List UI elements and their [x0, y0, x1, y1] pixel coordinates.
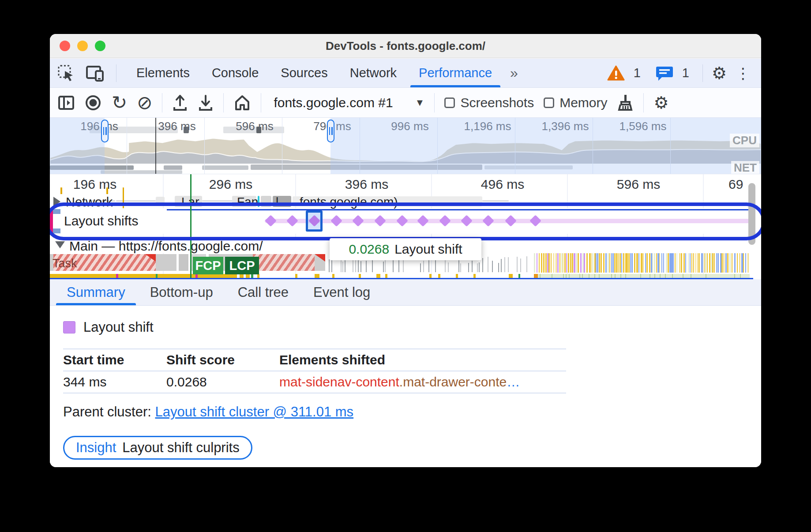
main-collapse-icon[interactable]	[55, 241, 65, 248]
activity-stripe	[584, 253, 585, 273]
more-tabs-chevron-icon[interactable]: »	[503, 65, 523, 81]
timings-segment	[579, 274, 580, 278]
layout-shift-diamond[interactable]	[286, 215, 298, 227]
timings-segment	[563, 274, 564, 278]
selection-handle-left[interactable]	[101, 120, 109, 142]
screenshots-toggle[interactable]: Screenshots	[444, 95, 534, 110]
layout-shift-diamond[interactable]	[505, 215, 517, 227]
network-track[interactable]: Network LarFanl…fonts.google.com)	[50, 194, 761, 208]
activity-stripe	[666, 253, 667, 273]
timings-segment	[116, 274, 118, 278]
tab-network[interactable]: Network	[339, 59, 408, 87]
task-sliver	[520, 259, 521, 272]
layout-shift-diamond[interactable]	[374, 215, 386, 227]
toolbar-divider	[643, 93, 644, 112]
timings-segment	[660, 274, 661, 278]
capture-settings-gear-icon[interactable]: ⚙	[653, 94, 668, 111]
tab-sources[interactable]: Sources	[270, 59, 338, 87]
tab-bottom-up[interactable]: Bottom-up	[138, 279, 225, 305]
layout-shift-diamond[interactable]	[461, 215, 473, 227]
network-request-bar	[202, 200, 233, 202]
cpu-label: CPU	[730, 134, 759, 147]
timeline-overview[interactable]: 196 ms396 ms596 ms796 ms996 ms1,196 ms1,…	[50, 118, 761, 174]
selection-handle-right[interactable]	[327, 120, 334, 142]
session-dropdown-arrow-icon[interactable]: ▼	[415, 97, 425, 109]
tab-summary[interactable]: Summary	[54, 279, 138, 305]
screenshots-checkbox[interactable]	[444, 97, 455, 108]
task-sliver	[366, 261, 367, 272]
layout-shift-diamond[interactable]	[417, 215, 429, 227]
network-request-bar	[261, 196, 271, 207]
activity-stripe	[605, 253, 607, 273]
parent-cluster-link[interactable]: Layout shift cluster @ 311.01 ms	[155, 404, 354, 420]
tab-performance[interactable]: Performance	[408, 59, 503, 87]
warning-icon[interactable]	[607, 65, 625, 81]
record-icon[interactable]	[84, 94, 102, 112]
garbage-collect-icon[interactable]	[617, 94, 634, 112]
network-track-label: Network	[66, 195, 113, 210]
timings-segment	[569, 274, 570, 278]
tab-console[interactable]: Console	[201, 59, 270, 87]
more-options-icon[interactable]: ⋮	[736, 66, 751, 81]
timeline-ruler-label: 196 ms	[73, 177, 116, 192]
lcp-badge[interactable]: LCP	[225, 257, 259, 274]
toggle-sidebar-icon[interactable]	[58, 94, 75, 111]
warning-count: 1	[634, 66, 641, 80]
activity-stripe	[539, 253, 540, 273]
activity-stripe	[634, 253, 635, 273]
task-sliver	[472, 261, 473, 272]
activity-stripe	[590, 253, 592, 273]
activity-stripe	[551, 253, 552, 273]
task-sliver	[448, 262, 449, 272]
save-profile-icon[interactable]	[198, 94, 214, 112]
load-profile-icon[interactable]	[172, 94, 188, 112]
layout-shift-diamond[interactable]	[352, 215, 364, 227]
timings-segment	[240, 274, 244, 278]
tab-call-tree[interactable]: Call tree	[225, 279, 301, 305]
fcp-badge[interactable]: FCP	[193, 257, 223, 274]
reload-and-record-icon[interactable]: ↻	[112, 94, 127, 112]
timings-segment	[473, 274, 476, 278]
layout-shift-diamond[interactable]	[330, 215, 342, 227]
activity-stripe	[641, 253, 642, 273]
timings-segment	[50, 274, 237, 278]
activity-stripe	[649, 253, 650, 273]
clear-icon[interactable]: ⊘	[137, 94, 152, 112]
inspect-element-icon[interactable]	[58, 65, 75, 82]
parent-cluster-label: Parent cluster:	[63, 404, 151, 420]
activity-stripe	[661, 253, 663, 273]
tabbar-divider	[116, 64, 116, 82]
tracks-scrollbar[interactable]	[748, 183, 755, 245]
cell-elements[interactable]: mat-sidenav-content.mat-drawer-conte…	[279, 375, 566, 390]
activity-stripe	[618, 253, 619, 273]
layout-shift-diamond[interactable]	[265, 215, 277, 227]
layout-shift-diamond[interactable]	[482, 215, 494, 227]
activity-stripe	[642, 253, 644, 273]
network-expand-icon[interactable]	[53, 197, 60, 206]
session-select[interactable]: fonts.google.com #1	[274, 95, 393, 110]
activity-stripe	[714, 253, 715, 273]
activity-stripe	[668, 253, 669, 273]
insight-button[interactable]: Insight Layout shift culprits	[63, 436, 252, 460]
device-toolbar-icon[interactable]	[86, 65, 105, 82]
tab-elements[interactable]: Elements	[125, 59, 201, 87]
home-icon[interactable]	[233, 94, 251, 112]
layout-shift-diamond[interactable]	[396, 215, 408, 227]
issues-chat-icon[interactable]	[656, 65, 673, 81]
activity-stripe	[681, 253, 682, 273]
layout-shifts-track[interactable]: Layout shifts	[50, 208, 761, 234]
layout-shift-diamond[interactable]	[529, 215, 541, 227]
memory-checkbox[interactable]	[544, 97, 554, 108]
title-bar: DevTools - fonts.google.com/	[50, 34, 761, 58]
toolbar-divider	[223, 93, 224, 112]
task-sliver	[477, 263, 478, 272]
layout-shift-diamond[interactable]	[439, 215, 451, 227]
overview-deselected-right	[330, 118, 761, 174]
settings-gear-icon[interactable]: ⚙	[712, 65, 727, 82]
tab-event-log[interactable]: Event log	[301, 279, 383, 305]
activity-stripe	[699, 253, 700, 273]
activity-stripe	[614, 253, 616, 273]
memory-toggle[interactable]: Memory	[544, 95, 607, 110]
network-request-label: Fan	[237, 195, 258, 209]
timeline-ruler-label: 496 ms	[481, 177, 524, 192]
